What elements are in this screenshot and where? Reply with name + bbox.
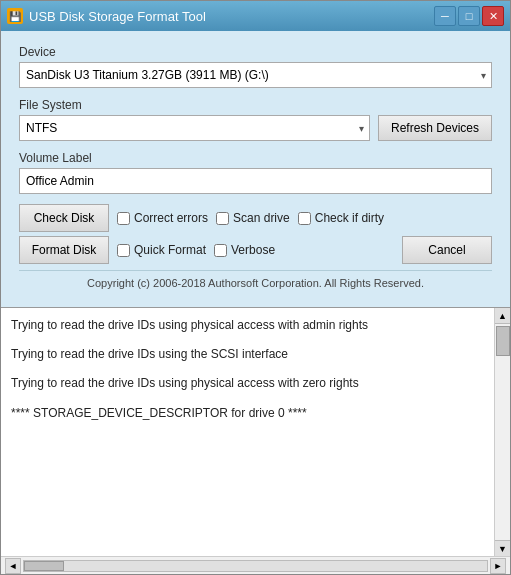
scroll-down-button[interactable]: ▼ xyxy=(495,540,511,556)
log-line-2: Trying to read the drive IDs using the S… xyxy=(11,345,490,364)
title-buttons: ─ □ ✕ xyxy=(434,6,504,26)
verbose-label[interactable]: Verbose xyxy=(231,243,275,257)
title-bar: 💾 USB Disk Storage Format Tool ─ □ ✕ xyxy=(1,1,510,31)
verbose-checkbox[interactable] xyxy=(214,244,227,257)
refresh-devices-button[interactable]: Refresh Devices xyxy=(378,115,492,141)
filesystem-group: File System NTFS FAT32 FAT exFAT ▾ Refre… xyxy=(19,98,492,141)
close-button[interactable]: ✕ xyxy=(482,6,504,26)
verbose-group: Verbose xyxy=(214,243,275,257)
correct-errors-group: Correct errors xyxy=(117,211,208,225)
volume-label-label: Volume Label xyxy=(19,151,492,165)
filesystem-select[interactable]: NTFS FAT32 FAT exFAT xyxy=(19,115,370,141)
correct-errors-label[interactable]: Correct errors xyxy=(134,211,208,225)
log-line-4: **** STORAGE_DEVICE_DESCRIPTOR for drive… xyxy=(11,404,490,423)
log-line-1: Trying to read the drive IDs using physi… xyxy=(11,316,490,335)
device-label: Device xyxy=(19,45,492,59)
scroll-right-button[interactable]: ► xyxy=(490,558,506,574)
device-group: Device SanDisk U3 Titanium 3.27GB (3911 … xyxy=(19,45,492,88)
copyright-text: Copyright (c) 2006-2018 Authorsoft Corpo… xyxy=(19,270,492,297)
quick-format-label[interactable]: Quick Format xyxy=(134,243,206,257)
actions-row-2: Format Disk Quick Format Verbose Cancel xyxy=(19,236,492,264)
horizontal-scroll-thumb[interactable] xyxy=(24,561,64,571)
filesystem-label: File System xyxy=(19,98,492,112)
check-disk-button[interactable]: Check Disk xyxy=(19,204,109,232)
filesystem-row: NTFS FAT32 FAT exFAT ▾ Refresh Devices xyxy=(19,115,492,141)
log-line-3: Trying to read the drive IDs using physi… xyxy=(11,374,490,393)
scan-drive-label[interactable]: Scan drive xyxy=(233,211,290,225)
volume-label-input[interactable] xyxy=(19,168,492,194)
volume-label-group: Volume Label xyxy=(19,151,492,194)
quick-format-group: Quick Format xyxy=(117,243,206,257)
log-section: Trying to read the drive IDs using physi… xyxy=(1,307,510,574)
scan-drive-group: Scan drive xyxy=(216,211,290,225)
title-bar-left: 💾 USB Disk Storage Format Tool xyxy=(7,8,206,24)
maximize-button[interactable]: □ xyxy=(458,6,480,26)
quick-format-checkbox[interactable] xyxy=(117,244,130,257)
app-icon: 💾 xyxy=(7,8,23,24)
device-select-wrapper: SanDisk U3 Titanium 3.27GB (3911 MB) (G:… xyxy=(19,62,492,88)
check-if-dirty-label[interactable]: Check if dirty xyxy=(315,211,384,225)
minimize-button[interactable]: ─ xyxy=(434,6,456,26)
format-disk-button[interactable]: Format Disk xyxy=(19,236,109,264)
filesystem-select-wrapper: NTFS FAT32 FAT exFAT ▾ xyxy=(19,115,370,141)
main-content: Device SanDisk U3 Titanium 3.27GB (3911 … xyxy=(1,31,510,307)
device-select[interactable]: SanDisk U3 Titanium 3.27GB (3911 MB) (G:… xyxy=(19,62,492,88)
check-if-dirty-group: Check if dirty xyxy=(298,211,384,225)
log-content: Trying to read the drive IDs using physi… xyxy=(1,308,510,556)
correct-errors-checkbox[interactable] xyxy=(117,212,130,225)
window-title: USB Disk Storage Format Tool xyxy=(29,9,206,24)
check-if-dirty-checkbox[interactable] xyxy=(298,212,311,225)
scroll-up-button[interactable]: ▲ xyxy=(495,308,511,324)
cancel-button[interactable]: Cancel xyxy=(402,236,492,264)
horizontal-scrollbar-track xyxy=(23,560,488,572)
scroll-left-button[interactable]: ◄ xyxy=(5,558,21,574)
actions-row-1: Check Disk Correct errors Scan drive Che… xyxy=(19,204,492,232)
vertical-scrollbar: ▲ ▼ xyxy=(494,308,510,556)
scroll-thumb[interactable] xyxy=(496,326,510,356)
scan-drive-checkbox[interactable] xyxy=(216,212,229,225)
log-bottom-bar: ◄ ► xyxy=(1,556,510,574)
main-window: 💾 USB Disk Storage Format Tool ─ □ ✕ Dev… xyxy=(0,0,511,575)
